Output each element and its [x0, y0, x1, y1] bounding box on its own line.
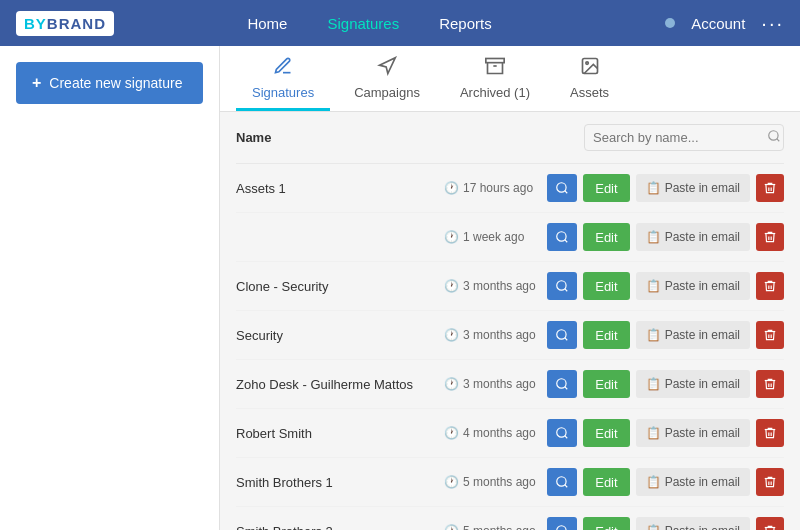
delete-button[interactable] — [756, 223, 784, 251]
tab-campaigns-label: Campaigns — [354, 85, 420, 100]
signature-time: 🕐 3 months ago — [444, 279, 539, 293]
paste-icon: 📋 — [646, 524, 661, 530]
sidebar: + Create new signature — [0, 46, 220, 530]
campaigns-tab-icon — [377, 56, 397, 81]
header-right: Account ··· — [665, 12, 784, 35]
signature-time: 🕐 3 months ago — [444, 377, 539, 391]
clock-icon: 🕐 — [444, 328, 459, 342]
preview-button[interactable] — [547, 174, 577, 202]
edit-button[interactable]: Edit — [583, 321, 629, 349]
svg-point-6 — [557, 183, 566, 192]
edit-button[interactable]: Edit — [583, 517, 629, 530]
clock-icon: 🕐 — [444, 230, 459, 244]
delete-button[interactable] — [756, 272, 784, 300]
delete-button[interactable] — [756, 370, 784, 398]
clock-icon: 🕐 — [444, 377, 459, 391]
tab-assets-label: Assets — [570, 85, 609, 100]
tab-campaigns[interactable]: Campaigns — [338, 46, 436, 111]
status-dot — [665, 18, 675, 28]
table-row: Robert Smith 🕐 4 months ago Edit 📋Paste … — [236, 409, 784, 458]
delete-button[interactable] — [756, 321, 784, 349]
logo-accent: BY — [24, 15, 47, 32]
create-signature-button[interactable]: + Create new signature — [16, 62, 203, 104]
tab-assets[interactable]: Assets — [554, 46, 625, 111]
nav-reports[interactable]: Reports — [439, 15, 492, 32]
paste-button[interactable]: 📋Paste in email — [636, 370, 750, 398]
svg-rect-0 — [486, 59, 504, 63]
preview-button[interactable] — [547, 370, 577, 398]
clock-icon: 🕐 — [444, 524, 459, 530]
account-label[interactable]: Account — [691, 15, 745, 32]
paste-label: Paste in email — [665, 230, 740, 244]
edit-button[interactable]: Edit — [583, 174, 629, 202]
edit-button[interactable]: Edit — [583, 419, 629, 447]
signature-name: Assets 1 — [236, 181, 436, 196]
time-value: 3 months ago — [463, 279, 536, 293]
paste-label: Paste in email — [665, 181, 740, 195]
clock-icon: 🕐 — [444, 279, 459, 293]
paste-label: Paste in email — [665, 475, 740, 489]
delete-button[interactable] — [756, 419, 784, 447]
time-value: 3 months ago — [463, 328, 536, 342]
search-icon — [767, 129, 781, 146]
tabs-bar: Signatures Campaigns Archived (1) Assets — [220, 46, 800, 112]
svg-line-17 — [565, 436, 568, 439]
preview-button[interactable] — [547, 321, 577, 349]
paste-button[interactable]: 📋Paste in email — [636, 419, 750, 447]
assets-tab-icon — [580, 56, 600, 81]
paste-button[interactable]: 📋Paste in email — [636, 272, 750, 300]
clock-icon: 🕐 — [444, 475, 459, 489]
edit-button[interactable]: Edit — [583, 468, 629, 496]
preview-button[interactable] — [547, 272, 577, 300]
delete-button[interactable] — [756, 468, 784, 496]
paste-button[interactable]: 📋Paste in email — [636, 468, 750, 496]
edit-button[interactable]: Edit — [583, 223, 629, 251]
paste-button[interactable]: 📋Paste in email — [636, 321, 750, 349]
row-actions: Edit 📋Paste in email — [547, 321, 784, 349]
tab-signatures[interactable]: Signatures — [236, 46, 330, 111]
create-signature-label: Create new signature — [49, 75, 182, 91]
signature-name: Robert Smith — [236, 426, 436, 441]
clock-icon: 🕐 — [444, 181, 459, 195]
svg-line-9 — [565, 240, 568, 243]
svg-line-11 — [565, 289, 568, 292]
table-row: Clone - Security 🕐 3 months ago Edit 📋Pa… — [236, 262, 784, 311]
edit-button[interactable]: Edit — [583, 272, 629, 300]
paste-button[interactable]: 📋Paste in email — [636, 223, 750, 251]
nav-signatures[interactable]: Signatures — [327, 15, 399, 32]
preview-button[interactable] — [547, 517, 577, 530]
signature-name: Smith Brothers 1 — [236, 475, 436, 490]
paste-icon: 📋 — [646, 279, 661, 293]
paste-button[interactable]: 📋Paste in email — [636, 174, 750, 202]
row-actions: Edit 📋Paste in email — [547, 174, 784, 202]
nav-home[interactable]: Home — [247, 15, 287, 32]
plus-icon: + — [32, 74, 41, 92]
paste-icon: 📋 — [646, 377, 661, 391]
edit-button[interactable]: Edit — [583, 370, 629, 398]
paste-button[interactable]: 📋Paste in email — [636, 517, 750, 530]
svg-line-13 — [565, 338, 568, 341]
svg-point-16 — [557, 428, 566, 437]
signatures-tab-icon — [273, 56, 293, 81]
preview-button[interactable] — [547, 223, 577, 251]
delete-button[interactable] — [756, 517, 784, 530]
signature-name: Zoho Desk - Guilherme Mattos — [236, 377, 436, 392]
paste-icon: 📋 — [646, 328, 661, 342]
paste-icon: 📋 — [646, 230, 661, 244]
time-value: 5 months ago — [463, 524, 536, 530]
tab-archived[interactable]: Archived (1) — [444, 46, 546, 111]
main-content: Signatures Campaigns Archived (1) Assets — [220, 46, 800, 530]
clock-icon: 🕐 — [444, 426, 459, 440]
delete-button[interactable] — [756, 174, 784, 202]
preview-button[interactable] — [547, 468, 577, 496]
paste-label: Paste in email — [665, 524, 740, 530]
search-input[interactable] — [593, 130, 761, 145]
time-value: 17 hours ago — [463, 181, 533, 195]
svg-line-7 — [565, 191, 568, 194]
signature-time: 🕐 5 months ago — [444, 475, 539, 489]
more-menu-icon[interactable]: ··· — [761, 12, 784, 35]
signature-name: Clone - Security — [236, 279, 436, 294]
search-box — [584, 124, 784, 151]
preview-button[interactable] — [547, 419, 577, 447]
row-actions: Edit 📋Paste in email — [547, 272, 784, 300]
